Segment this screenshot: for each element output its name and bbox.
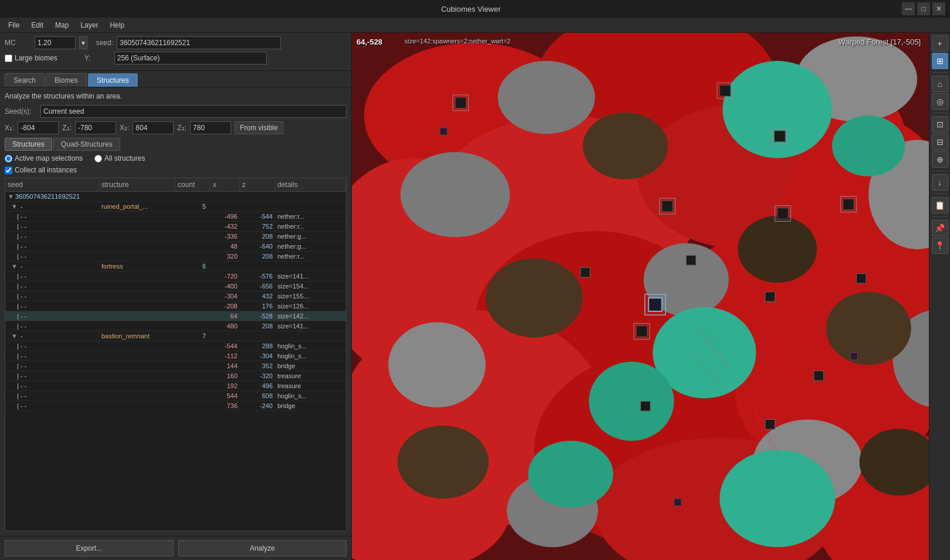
z1-input[interactable]: [75, 121, 116, 134]
collect-all-checkbox[interactable]: Collect all instances: [5, 166, 77, 174]
mc-down-btn[interactable]: ▼: [79, 36, 87, 49]
svg-rect-52: [649, 298, 662, 311]
z2-label: Z₂:: [177, 124, 186, 132]
toolbar-separator-3: [933, 171, 947, 171]
seed-input[interactable]: [117, 36, 281, 49]
minimize-btn[interactable]: —: [902, 2, 915, 15]
struct-tab-structures[interactable]: Structures: [5, 138, 52, 151]
menu-map[interactable]: Map: [49, 20, 74, 30]
radio-all[interactable]: All structures: [94, 154, 145, 162]
large-biomes-label: Large biomes: [15, 54, 57, 62]
svg-rect-50: [843, 199, 854, 210]
from-visible-btn[interactable]: From visible: [235, 121, 283, 134]
y-label: Y:: [84, 54, 111, 62]
table-row[interactable]: | - - -400 -656 size=154...: [5, 281, 346, 291]
main-container: MC ▼ seed: Large biomes Y: 256 (Surface)…: [0, 33, 950, 560]
menu-file[interactable]: File: [2, 20, 25, 30]
svg-rect-57: [856, 274, 866, 284]
collapse-rp-icon[interactable]: ▼: [11, 203, 18, 210]
seeds-label: Seed(s):: [5, 107, 37, 116]
select-area-btn[interactable]: ⊡: [932, 116, 948, 133]
table-row[interactable]: | - - -112 -304 hoglin_s...: [5, 351, 346, 361]
table-row[interactable]: | - - 544 608 hoglin_s...: [5, 391, 346, 401]
table-row[interactable]: | - - 160 -320 treasure: [5, 371, 346, 381]
table-row[interactable]: | - - -208 176 size=126...: [5, 301, 346, 311]
tab-structures[interactable]: Structures: [88, 73, 138, 87]
table-row[interactable]: | - - 48 -640 nether:g...: [5, 242, 346, 252]
x1-input[interactable]: [18, 121, 59, 134]
pin1-btn[interactable]: 📌: [932, 220, 948, 236]
menu-help[interactable]: Help: [104, 20, 130, 30]
count-bastion: 7: [175, 331, 211, 341]
radio-active[interactable]: Active map selections: [5, 154, 83, 162]
x2-input[interactable]: [133, 121, 174, 134]
menu-layer[interactable]: Layer: [74, 20, 104, 30]
table-row[interactable]: | - - 64 -528 size=142...: [5, 311, 346, 321]
toolbar-separator-5: [933, 216, 947, 217]
collapse-fortress-icon[interactable]: ▼: [11, 263, 18, 270]
zoom-active-btn[interactable]: ⊞: [932, 53, 948, 69]
svg-rect-48: [778, 208, 789, 219]
svg-rect-59: [640, 401, 650, 411]
collect-all-check[interactable]: [5, 167, 12, 174]
home-btn[interactable]: ⌂: [932, 76, 948, 92]
z2-input[interactable]: [190, 121, 231, 134]
panel-content: Analyze the structures within an area. S…: [0, 87, 351, 536]
col-x: x: [211, 178, 240, 191]
radio-all-label: All structures: [104, 154, 145, 162]
mc-input[interactable]: [35, 36, 76, 49]
structure-rp: ruined_portal_...: [99, 202, 175, 211]
collapse-seed-icon[interactable]: ▼: [8, 193, 14, 200]
svg-rect-62: [850, 352, 857, 359]
struct-tab-quad[interactable]: Quad-Structures: [53, 138, 120, 151]
table-row[interactable]: | - - -496 -544 nether:r...: [5, 212, 346, 222]
svg-rect-55: [686, 256, 696, 266]
radio-active-label: Active map selections: [15, 154, 83, 162]
table-row[interactable]: | - - 144 352 bridge: [5, 361, 346, 371]
menu-bar: File Edit Map Layer Help: [0, 18, 950, 33]
group-fortress[interactable]: ▼ - fortress 6: [5, 262, 346, 271]
analyze-btn[interactable]: Analyze: [178, 540, 347, 556]
seed-row[interactable]: ▼360507436211692521: [5, 192, 346, 202]
large-biomes-check[interactable]: [5, 55, 12, 62]
svg-point-21: [388, 323, 486, 408]
svg-rect-38: [455, 97, 466, 108]
table-row[interactable]: | - - 480 208 size=141...: [5, 321, 346, 331]
table-row[interactable]: | - - 736 -240 bridge: [5, 401, 346, 411]
svg-rect-54: [581, 267, 591, 277]
search-btn[interactable]: ⊕: [932, 151, 948, 168]
table-row[interactable]: | - - -544 288 hoglin_s...: [5, 341, 346, 351]
svg-rect-44: [662, 201, 673, 212]
clipboard-btn[interactable]: 📋: [932, 197, 948, 213]
table-row[interactable]: | - - 192 496 treasure: [5, 381, 346, 391]
table-row[interactable]: | - - -336 208 nether:g...: [5, 232, 346, 242]
location-btn[interactable]: ◎: [932, 93, 948, 110]
download-btn[interactable]: ↓: [932, 174, 948, 191]
tree-table[interactable]: seed structure count x z details ▼360507…: [5, 178, 347, 531]
collapse-bastion-icon[interactable]: ▼: [11, 332, 18, 340]
col-z: z: [240, 178, 275, 191]
export-btn[interactable]: Export...: [5, 540, 174, 556]
seeds-select[interactable]: Current seed: [40, 105, 347, 118]
maximize-btn[interactable]: □: [917, 2, 930, 15]
map-area[interactable]: 64,-528 size=142:spawners=2:nether_wart=…: [352, 33, 950, 560]
group-bastion[interactable]: ▼ - bastion_remnant 7: [5, 331, 346, 341]
y-select[interactable]: 256 (Surface) 64 0: [114, 52, 267, 65]
struct-tabs: Structures Quad-Structures: [5, 138, 347, 151]
pin2-btn[interactable]: 📍: [932, 237, 948, 254]
filter-btn[interactable]: ⊟: [932, 134, 948, 150]
table-row[interactable]: | - - -720 -576 size=141...: [5, 271, 346, 281]
tab-biomes[interactable]: Biomes: [46, 73, 87, 87]
svg-point-16: [498, 61, 595, 134]
table-row[interactable]: | - - -304 432 size=155...: [5, 291, 346, 301]
svg-point-35: [398, 426, 488, 498]
close-btn[interactable]: ✕: [932, 2, 945, 15]
group-ruined-portal[interactable]: ▼ - ruined_portal_... 5: [5, 202, 346, 212]
zoom-in-btn[interactable]: +: [932, 35, 948, 52]
tab-search[interactable]: Search: [5, 73, 45, 87]
menu-edit[interactable]: Edit: [25, 20, 49, 30]
table-row[interactable]: | - - -432 752 nether:r...: [5, 222, 346, 232]
table-row[interactable]: | - - 320 208 nether:r...: [5, 252, 346, 262]
large-biomes-checkbox[interactable]: Large biomes: [5, 54, 57, 62]
svg-point-28: [589, 362, 674, 441]
